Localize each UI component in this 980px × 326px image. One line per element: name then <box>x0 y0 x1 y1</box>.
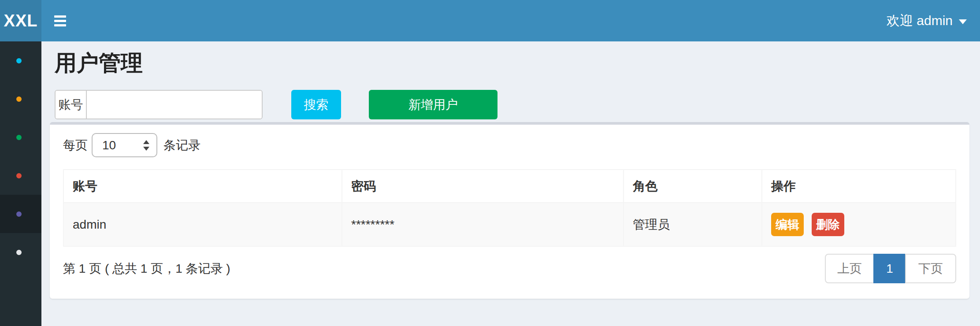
user-dropdown[interactable]: 欢迎 admin <box>887 0 980 41</box>
arrow-down-icon <box>143 147 149 151</box>
sidebar-item-user[interactable] <box>0 195 41 233</box>
sidebar-item-help[interactable] <box>0 233 41 271</box>
page-title: 用户管理 <box>55 52 969 74</box>
user-table: 账号 密码 角色 操作 admin ********* 管理员 编辑 删除 <box>63 169 956 247</box>
column-header-password: 密码 <box>342 170 624 203</box>
search-button[interactable]: 搜索 <box>291 90 341 119</box>
pagination-page-1-button[interactable]: 1 <box>873 254 906 283</box>
sidebar-item-dashboard[interactable] <box>0 41 41 80</box>
account-search-input[interactable] <box>87 91 262 119</box>
cell-actions: 编辑 删除 <box>762 203 956 246</box>
table-footer: 第 1 页 ( 总共 1 页，1 条记录 ) 上页 1 下页 <box>63 254 956 283</box>
app-logo[interactable]: XXL <box>0 0 41 41</box>
circle-o-icon <box>16 173 22 178</box>
account-input-label: 账号 <box>56 91 87 119</box>
length-prefix-label: 每页 <box>63 137 88 154</box>
cell-account: admin <box>63 203 342 246</box>
circle-o-icon <box>16 135 22 140</box>
circle-o-icon <box>16 211 22 217</box>
pagination-prev-button[interactable]: 上页 <box>825 254 874 283</box>
circle-o-icon <box>16 250 22 255</box>
top-navbar: XXL 欢迎 admin <box>0 0 980 41</box>
page-length-value: 10 <box>93 138 116 152</box>
circle-o-icon <box>16 96 22 102</box>
page-length-control: 每页 10 条记录 <box>63 133 956 158</box>
circle-o-icon <box>16 58 22 63</box>
sidebar <box>0 41 41 326</box>
column-header-account: 账号 <box>63 170 342 203</box>
navbar-spacer <box>78 0 887 41</box>
delete-button[interactable]: 删除 <box>812 213 844 236</box>
length-suffix-label: 条记录 <box>163 137 200 154</box>
search-toolbar: 账号 搜索 新增用户 <box>55 90 969 119</box>
cell-role: 管理员 <box>624 203 762 246</box>
select-spinner-icon <box>143 140 149 151</box>
chevron-down-icon <box>959 19 967 24</box>
pagination: 上页 1 下页 <box>825 254 956 283</box>
cell-password: ********* <box>342 203 624 246</box>
page-length-select[interactable]: 10 <box>92 133 157 157</box>
sidebar-item-joblog[interactable] <box>0 118 41 156</box>
sidebar-item-jobinfo[interactable] <box>0 80 41 118</box>
table-row: admin ********* 管理员 编辑 删除 <box>63 203 956 246</box>
main-content: 用户管理 账号 搜索 新增用户 每页 10 条记录 账号 密码 <box>41 41 980 326</box>
hamburger-icon <box>54 15 66 18</box>
add-user-button[interactable]: 新增用户 <box>369 90 497 119</box>
welcome-text: 欢迎 admin <box>887 12 953 30</box>
arrow-up-icon <box>143 140 149 144</box>
column-header-actions: 操作 <box>762 170 956 203</box>
user-table-panel: 每页 10 条记录 账号 密码 角色 操作 a <box>50 122 969 299</box>
pagination-info: 第 1 页 ( 总共 1 页，1 条记录 ) <box>63 260 230 277</box>
pagination-next-button[interactable]: 下页 <box>905 254 956 283</box>
column-header-role: 角色 <box>624 170 762 203</box>
table-header-row: 账号 密码 角色 操作 <box>63 170 956 203</box>
sidebar-toggle-button[interactable] <box>41 0 78 41</box>
account-input-group: 账号 <box>55 90 263 119</box>
sidebar-item-jobgroup[interactable] <box>0 156 41 195</box>
edit-button[interactable]: 编辑 <box>771 213 804 236</box>
